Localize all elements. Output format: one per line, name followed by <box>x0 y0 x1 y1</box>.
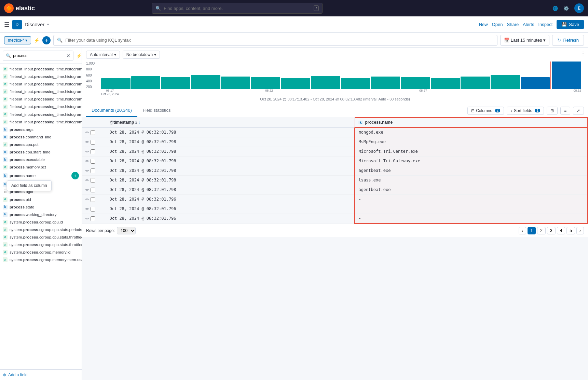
filter-icon[interactable]: ⚡ <box>34 38 40 43</box>
expand-row-button[interactable]: ✏ <box>85 197 89 202</box>
sidebar-item-process-name[interactable]: k process.name Add field as column + <box>0 171 82 180</box>
sidebar-item[interactable]: # system.process.cgroup.memory.mem.usage… <box>0 256 82 263</box>
process-name-k-badge: k <box>358 121 363 124</box>
page-4-button[interactable]: 4 <box>557 227 565 234</box>
sidebar-item[interactable]: k process.cpu.start_time <box>0 148 82 156</box>
alerts-link[interactable]: Alerts <box>523 22 534 27</box>
chart-options-icon[interactable]: ⋮ <box>581 51 585 56</box>
sidebar-item[interactable]: # system.process.cgroup.cpu.stats.thrott… <box>0 241 82 248</box>
expand-row-button[interactable]: ✏ <box>85 130 89 135</box>
filter-toggle-icon[interactable]: ⚡ <box>76 53 82 58</box>
filter-input-wrap[interactable]: 🔍 <box>53 35 497 46</box>
process-name-header[interactable]: k process.name <box>355 117 588 128</box>
add-field-button[interactable]: ⊕ Add a field <box>0 369 82 380</box>
sidebar-item[interactable]: # filebeat_input.processing_time.histogr… <box>0 73 82 80</box>
menu-icon[interactable]: ☰ <box>4 21 10 28</box>
page-5-button[interactable]: 5 <box>566 227 575 234</box>
row-checkbox[interactable] <box>91 216 95 221</box>
sidebar-item[interactable]: # process.cpu.pct <box>0 141 82 148</box>
interval-dropdown[interactable]: Auto interval ▾ <box>86 51 120 59</box>
sidebar-item[interactable]: # filebeat_input.processing_time.histogr… <box>0 95 82 103</box>
new-link[interactable]: New <box>479 22 488 27</box>
sidebar-item[interactable]: # filebeat_input.processing_time.histogr… <box>0 88 82 95</box>
global-search-input[interactable] <box>164 6 311 11</box>
expand-row-button[interactable]: ✏ <box>85 178 89 183</box>
sidebar-item[interactable]: # system.process.cgroup.memory.id <box>0 248 82 256</box>
elastic-logo[interactable]: 🔶 elastic <box>4 3 35 13</box>
field-type-hash-icon: # <box>3 112 8 117</box>
rows-select[interactable]: 100 25 50 500 <box>117 227 136 234</box>
inspect-link[interactable]: Inspect <box>538 22 552 27</box>
process-name-cell: lsass.exe <box>355 176 588 185</box>
rows-per-page: Rows per page: 100 25 50 500 <box>86 227 136 234</box>
sidebar-item[interactable]: # process.pid <box>0 196 82 203</box>
refresh-button[interactable]: ↻ Refresh <box>552 35 584 46</box>
sidebar-item[interactable]: # filebeat_input.processing_time.histogr… <box>0 111 82 118</box>
add-field-tooltip: Add field as column <box>7 180 52 191</box>
sidebar-item[interactable]: # system.process.cgroup.cpu.stats.thrott… <box>0 233 82 241</box>
save-button[interactable]: 💾 Save <box>557 20 584 29</box>
page-3-button[interactable]: 3 <box>547 227 556 234</box>
page-1-button[interactable]: 1 <box>528 227 536 234</box>
row-checkbox[interactable] <box>91 188 95 192</box>
sidebar-item[interactable]: k process.working_directory <box>0 211 82 218</box>
tab-field-statistics[interactable]: Field statistics <box>137 104 176 117</box>
global-search-bar[interactable]: 🔍 / <box>152 3 323 14</box>
index-pattern-badge[interactable]: metrics-* ▾ <box>4 36 31 44</box>
timestamp-header[interactable]: @timestamp ℹ ↓ <box>106 117 355 128</box>
add-field-as-column-button[interactable]: + <box>71 172 79 179</box>
expand-row-button[interactable]: ✏ <box>85 216 89 221</box>
add-filter-button[interactable]: + <box>42 36 51 44</box>
sidebar-item[interactable]: # filebeat_input.processing_time.histogr… <box>0 103 82 110</box>
user-avatar[interactable]: E <box>574 3 584 13</box>
expand-row-button[interactable]: ✏ <box>85 206 89 212</box>
sidebar-item[interactable]: # filebeat_input.processing_time.histogr… <box>0 80 82 88</box>
expand-row-button[interactable]: ✏ <box>85 149 89 154</box>
sidebar-item[interactable]: # filebeat_input.processing_time.histogr… <box>0 118 82 126</box>
columns-button[interactable]: ⊟ Columns 2 <box>467 107 504 115</box>
expand-row-button[interactable]: ✏ <box>85 168 89 173</box>
page-2-button[interactable]: 2 <box>537 227 546 234</box>
tab-documents[interactable]: Documents (20,340) <box>86 104 137 117</box>
sidebar-item[interactable]: # system.process.cgroup.cpu.id <box>0 218 82 226</box>
row-view-button[interactable]: ≡ <box>560 107 570 115</box>
sidebar-item[interactable]: # filebeat_input.processing_time.histogr… <box>0 65 82 73</box>
sidebar-item[interactable]: k process.command_line <box>0 133 82 141</box>
share-link[interactable]: Share <box>507 22 519 27</box>
row-checkbox[interactable] <box>91 207 95 212</box>
row-actions-cell: ✏ <box>82 166 106 176</box>
row-actions-cell: ✏ <box>82 128 106 137</box>
time-picker[interactable]: 📅 Last 15 minutes ▾ <box>500 35 550 46</box>
breakdown-dropdown[interactable]: No breakdown ▾ <box>123 51 160 59</box>
row-checkbox[interactable] <box>91 140 95 145</box>
row-checkbox[interactable] <box>91 130 95 135</box>
app-dropdown-arrow[interactable]: ▾ <box>47 23 49 26</box>
interval-arrow: ▾ <box>114 52 116 57</box>
sidebar-item[interactable]: # system.process.cgroup.cpu.stats.period… <box>0 226 82 233</box>
row-checkbox[interactable] <box>91 159 95 164</box>
sidebar-item[interactable]: k process.state <box>0 203 82 211</box>
expand-row-button[interactable]: ✏ <box>85 139 89 145</box>
expand-row-button[interactable]: ✏ <box>85 159 89 164</box>
sidebar-item[interactable]: k process.args <box>0 126 82 133</box>
grid-view-button[interactable]: ⊞ <box>547 107 558 115</box>
next-page-button[interactable]: › <box>576 227 584 234</box>
expand-row-button[interactable]: ✏ <box>85 187 89 192</box>
open-link[interactable]: Open <box>492 22 503 27</box>
sidebar-item[interactable]: # process.memory.pct <box>0 163 82 171</box>
help-icon[interactable]: 🌐 <box>552 6 558 11</box>
settings-icon[interactable]: ⚙️ <box>563 6 569 11</box>
sort-desc-icon[interactable]: ↓ <box>138 120 140 125</box>
row-checkbox[interactable] <box>91 168 95 173</box>
sidebar-item[interactable]: k process.executable <box>0 156 82 163</box>
sort-fields-button[interactable]: ↕ Sort fields 1 <box>507 107 544 115</box>
row-checkbox[interactable] <box>91 178 95 183</box>
prev-page-button[interactable]: ‹ <box>519 227 526 234</box>
fullscreen-button[interactable]: ⤢ <box>573 107 584 115</box>
row-checkbox[interactable] <box>91 149 95 154</box>
filter-input[interactable] <box>65 38 493 43</box>
sidebar-search-input[interactable]: process <box>13 53 64 58</box>
row-checkbox[interactable] <box>91 197 95 202</box>
sidebar-search-inner[interactable]: 🔍 process ✕ <box>3 51 73 61</box>
sidebar-search-clear[interactable]: ✕ <box>66 53 70 58</box>
